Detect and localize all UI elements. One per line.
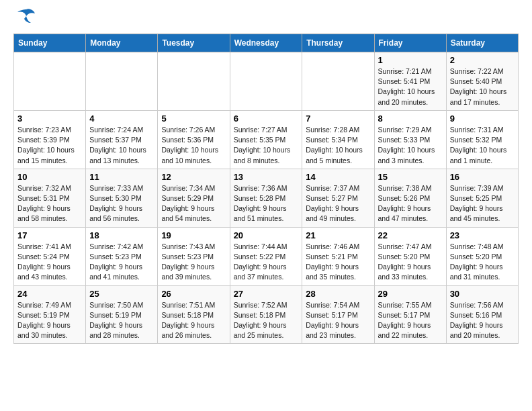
calendar-cell: 14Sunrise: 7:37 AM Sunset: 5:27 PM Dayli…	[302, 169, 374, 227]
calendar-cell: 21Sunrise: 7:46 AM Sunset: 5:21 PM Dayli…	[302, 227, 374, 285]
calendar-header-row: SundayMondayTuesdayWednesdayThursdayFrid…	[14, 34, 519, 52]
calendar-week-4: 17Sunrise: 7:41 AM Sunset: 5:24 PM Dayli…	[14, 227, 519, 285]
day-info: Sunrise: 7:28 AM Sunset: 5:34 PM Dayligh…	[306, 125, 370, 166]
day-info: Sunrise: 7:27 AM Sunset: 5:35 PM Dayligh…	[234, 125, 299, 166]
calendar-cell: 7Sunrise: 7:28 AM Sunset: 5:34 PM Daylig…	[302, 110, 374, 169]
day-number: 13	[234, 172, 299, 182]
day-number: 30	[450, 289, 515, 299]
day-number: 18	[89, 230, 154, 240]
day-number: 10	[17, 172, 82, 182]
day-info: Sunrise: 7:54 AM Sunset: 5:17 PM Dayligh…	[306, 300, 370, 341]
day-info: Sunrise: 7:52 AM Sunset: 5:18 PM Dayligh…	[234, 300, 299, 341]
day-number: 20	[234, 230, 299, 240]
day-info: Sunrise: 7:33 AM Sunset: 5:30 PM Dayligh…	[89, 183, 154, 224]
calendar-cell: 8Sunrise: 7:29 AM Sunset: 5:33 PM Daylig…	[374, 110, 446, 169]
day-number: 19	[161, 230, 226, 240]
day-info: Sunrise: 7:51 AM Sunset: 5:18 PM Dayligh…	[161, 300, 226, 341]
day-number: 11	[89, 172, 154, 182]
day-number: 1	[378, 55, 443, 65]
calendar-cell	[86, 52, 158, 111]
day-info: Sunrise: 7:24 AM Sunset: 5:37 PM Dayligh…	[89, 125, 154, 166]
day-info: Sunrise: 7:55 AM Sunset: 5:17 PM Dayligh…	[378, 300, 443, 341]
day-info: Sunrise: 7:31 AM Sunset: 5:32 PM Dayligh…	[450, 125, 515, 166]
day-number: 24	[17, 289, 82, 299]
day-number: 15	[378, 172, 443, 182]
calendar-cell: 30Sunrise: 7:56 AM Sunset: 5:16 PM Dayli…	[446, 285, 518, 344]
calendar-cell: 9Sunrise: 7:31 AM Sunset: 5:32 PM Daylig…	[446, 110, 518, 169]
day-number: 16	[450, 172, 515, 182]
calendar-cell: 19Sunrise: 7:43 AM Sunset: 5:23 PM Dayli…	[158, 227, 230, 285]
calendar-cell: 18Sunrise: 7:42 AM Sunset: 5:23 PM Dayli…	[86, 227, 158, 285]
day-info: Sunrise: 7:37 AM Sunset: 5:27 PM Dayligh…	[306, 183, 370, 224]
calendar-cell: 12Sunrise: 7:34 AM Sunset: 5:29 PM Dayli…	[158, 169, 230, 227]
day-info: Sunrise: 7:32 AM Sunset: 5:31 PM Dayligh…	[17, 183, 82, 224]
calendar-week-3: 10Sunrise: 7:32 AM Sunset: 5:31 PM Dayli…	[14, 169, 519, 227]
day-number: 21	[306, 230, 370, 240]
day-info: Sunrise: 7:34 AM Sunset: 5:29 PM Dayligh…	[161, 183, 226, 224]
day-number: 3	[17, 113, 82, 124]
calendar-cell: 29Sunrise: 7:55 AM Sunset: 5:17 PM Dayli…	[374, 285, 446, 344]
day-number: 26	[161, 289, 226, 299]
calendar-table: SundayMondayTuesdayWednesdayThursdayFrid…	[13, 34, 519, 344]
calendar-week-2: 3Sunrise: 7:23 AM Sunset: 5:39 PM Daylig…	[14, 110, 519, 169]
calendar-cell: 5Sunrise: 7:26 AM Sunset: 5:36 PM Daylig…	[158, 110, 230, 169]
calendar-cell: 10Sunrise: 7:32 AM Sunset: 5:31 PM Dayli…	[14, 169, 86, 227]
calendar-week-1: 1Sunrise: 7:21 AM Sunset: 5:41 PM Daylig…	[14, 52, 519, 111]
col-header-wednesday: Wednesday	[230, 34, 302, 52]
calendar-cell: 17Sunrise: 7:41 AM Sunset: 5:24 PM Dayli…	[14, 227, 86, 285]
day-number: 27	[234, 289, 299, 299]
day-number: 23	[450, 230, 515, 240]
day-info: Sunrise: 7:48 AM Sunset: 5:20 PM Dayligh…	[450, 242, 515, 283]
day-number: 29	[378, 289, 443, 299]
day-number: 9	[450, 113, 515, 124]
calendar-cell	[302, 52, 374, 111]
day-number: 2	[450, 55, 515, 65]
day-number: 17	[17, 230, 82, 240]
calendar-cell: 15Sunrise: 7:38 AM Sunset: 5:26 PM Dayli…	[374, 169, 446, 227]
calendar-cell: 23Sunrise: 7:48 AM Sunset: 5:20 PM Dayli…	[446, 227, 518, 285]
calendar-cell: 3Sunrise: 7:23 AM Sunset: 5:39 PM Daylig…	[14, 110, 86, 169]
day-info: Sunrise: 7:47 AM Sunset: 5:20 PM Dayligh…	[378, 242, 443, 283]
logo	[13, 13, 36, 27]
day-info: Sunrise: 7:39 AM Sunset: 5:25 PM Dayligh…	[450, 183, 515, 224]
calendar-cell: 4Sunrise: 7:24 AM Sunset: 5:37 PM Daylig…	[86, 110, 158, 169]
day-info: Sunrise: 7:36 AM Sunset: 5:28 PM Dayligh…	[234, 183, 299, 224]
day-number: 4	[89, 113, 154, 124]
day-info: Sunrise: 7:22 AM Sunset: 5:40 PM Dayligh…	[450, 66, 515, 107]
day-info: Sunrise: 7:44 AM Sunset: 5:22 PM Dayligh…	[234, 242, 299, 283]
day-number: 6	[234, 113, 299, 124]
day-number: 25	[89, 289, 154, 299]
day-info: Sunrise: 7:21 AM Sunset: 5:41 PM Dayligh…	[378, 66, 443, 107]
calendar-cell: 24Sunrise: 7:49 AM Sunset: 5:19 PM Dayli…	[14, 285, 86, 344]
day-number: 5	[161, 113, 226, 124]
calendar-cell: 13Sunrise: 7:36 AM Sunset: 5:28 PM Dayli…	[230, 169, 302, 227]
calendar-cell: 11Sunrise: 7:33 AM Sunset: 5:30 PM Dayli…	[86, 169, 158, 227]
calendar-cell: 20Sunrise: 7:44 AM Sunset: 5:22 PM Dayli…	[230, 227, 302, 285]
calendar-cell	[158, 52, 230, 111]
calendar-cell: 25Sunrise: 7:50 AM Sunset: 5:19 PM Dayli…	[86, 285, 158, 344]
page-header	[13, 13, 519, 27]
day-info: Sunrise: 7:43 AM Sunset: 5:23 PM Dayligh…	[161, 242, 226, 283]
day-number: 12	[161, 172, 226, 182]
calendar-week-5: 24Sunrise: 7:49 AM Sunset: 5:19 PM Dayli…	[14, 285, 519, 344]
col-header-saturday: Saturday	[446, 34, 518, 52]
col-header-monday: Monday	[86, 34, 158, 52]
day-info: Sunrise: 7:38 AM Sunset: 5:26 PM Dayligh…	[378, 183, 443, 224]
day-number: 22	[378, 230, 443, 240]
col-header-sunday: Sunday	[14, 34, 86, 52]
calendar-cell: 6Sunrise: 7:27 AM Sunset: 5:35 PM Daylig…	[230, 110, 302, 169]
day-info: Sunrise: 7:42 AM Sunset: 5:23 PM Dayligh…	[89, 242, 154, 283]
calendar-cell: 28Sunrise: 7:54 AM Sunset: 5:17 PM Dayli…	[302, 285, 374, 344]
day-info: Sunrise: 7:41 AM Sunset: 5:24 PM Dayligh…	[17, 242, 82, 283]
day-number: 28	[306, 289, 370, 299]
day-number: 8	[378, 113, 443, 124]
calendar-cell	[14, 52, 86, 111]
day-number: 7	[306, 113, 370, 124]
calendar-cell: 27Sunrise: 7:52 AM Sunset: 5:18 PM Dayli…	[230, 285, 302, 344]
day-info: Sunrise: 7:46 AM Sunset: 5:21 PM Dayligh…	[306, 242, 370, 283]
calendar-cell: 2Sunrise: 7:22 AM Sunset: 5:40 PM Daylig…	[446, 52, 518, 111]
day-info: Sunrise: 7:50 AM Sunset: 5:19 PM Dayligh…	[89, 300, 154, 341]
day-info: Sunrise: 7:56 AM Sunset: 5:16 PM Dayligh…	[450, 300, 515, 341]
day-number: 14	[306, 172, 370, 182]
calendar-cell: 1Sunrise: 7:21 AM Sunset: 5:41 PM Daylig…	[374, 52, 446, 111]
